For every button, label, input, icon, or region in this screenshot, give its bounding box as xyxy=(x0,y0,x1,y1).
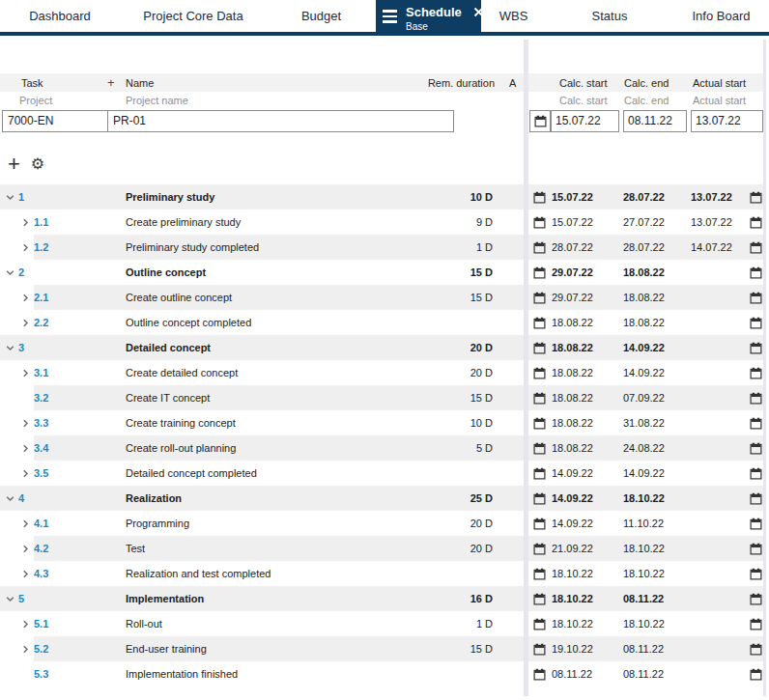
calc-end-cell[interactable]: 08.11.22 xyxy=(621,643,689,655)
calendar-icon[interactable] xyxy=(749,292,763,304)
chevron-right-icon[interactable] xyxy=(20,644,34,655)
calc-start-cell[interactable]: 18.10.22 xyxy=(550,568,621,579)
task-duration-cell[interactable]: 9 D xyxy=(406,216,495,228)
task-name-cell[interactable]: Outline concept xyxy=(126,266,406,278)
task-duration-cell[interactable]: 20 D xyxy=(406,543,495,554)
tab-project-core-data[interactable]: Project Core Data xyxy=(120,0,267,32)
calc-start-cell[interactable]: 18.08.22 xyxy=(550,317,621,328)
calendar-icon[interactable] xyxy=(749,191,763,204)
calendar-icon[interactable] xyxy=(749,392,763,405)
calc-start-input[interactable]: 15.07.22 xyxy=(551,110,619,132)
calendar-icon[interactable] xyxy=(528,618,550,630)
calendar-icon[interactable] xyxy=(528,417,550,430)
calc-end-cell[interactable]: 14.09.22 xyxy=(621,367,689,378)
task-number[interactable]: 5.1 xyxy=(34,618,48,630)
add-task-button[interactable]: + xyxy=(8,154,20,174)
calendar-icon[interactable] xyxy=(528,392,550,405)
project-id-input[interactable]: 7000-EN xyxy=(3,111,108,131)
calendar-icon[interactable] xyxy=(528,643,550,656)
calc-start-cell[interactable]: 18.08.22 xyxy=(550,392,621,404)
calc-end-cell[interactable]: 07.09.22 xyxy=(621,392,689,404)
task-number[interactable]: 4 xyxy=(18,492,24,504)
calc-end-cell[interactable]: 08.11.22 xyxy=(621,668,689,680)
task-number[interactable]: 5 xyxy=(18,593,24,604)
task-name-cell[interactable]: Preliminary study xyxy=(126,191,406,203)
calc-start-cell[interactable]: 29.07.22 xyxy=(550,292,621,303)
project-name-input[interactable]: PR-01 xyxy=(108,111,453,131)
column-header-calc-end[interactable]: Calc. end xyxy=(621,77,689,89)
task-name-cell[interactable]: Programming xyxy=(126,518,406,529)
calendar-icon[interactable] xyxy=(749,593,763,605)
task-name-cell[interactable]: Implementation xyxy=(126,593,406,604)
calendar-icon[interactable] xyxy=(749,518,763,530)
calc-start-cell[interactable]: 18.08.22 xyxy=(550,367,621,378)
calendar-icon[interactable] xyxy=(528,266,550,279)
calc-end-cell[interactable]: 28.07.22 xyxy=(621,191,689,203)
calendar-icon[interactable] xyxy=(749,216,763,229)
tab-schedule[interactable]: Schedule Base xyxy=(376,0,481,32)
task-number[interactable]: 4.2 xyxy=(34,543,48,554)
calc-end-cell[interactable]: 08.11.22 xyxy=(621,593,689,604)
task-name-cell[interactable]: Detailed concept completed xyxy=(126,467,406,479)
tab-status[interactable]: Status xyxy=(546,0,673,32)
calc-start-cell[interactable]: 14.09.22 xyxy=(550,492,621,504)
calendar-icon[interactable] xyxy=(749,442,763,455)
task-duration-cell[interactable]: 10 D xyxy=(406,191,495,203)
calc-end-cell[interactable]: 18.08.22 xyxy=(621,317,689,328)
task-number[interactable]: 5.2 xyxy=(34,643,48,655)
chevron-right-icon[interactable] xyxy=(20,293,34,303)
calc-end-input[interactable]: 08.11.22 xyxy=(623,110,687,132)
calc-start-cell[interactable]: 19.10.22 xyxy=(550,643,621,655)
panel-splitter[interactable] xyxy=(524,40,528,696)
gear-icon[interactable]: ⚙ xyxy=(31,155,44,173)
task-duration-cell[interactable]: 1 D xyxy=(406,241,495,253)
chevron-right-icon[interactable] xyxy=(20,217,34,228)
calendar-icon[interactable] xyxy=(749,317,763,329)
task-duration-cell[interactable]: 15 D xyxy=(406,292,495,303)
calc-start-cell[interactable]: 18.08.22 xyxy=(550,342,621,353)
calendar-icon[interactable] xyxy=(528,467,550,480)
task-name-cell[interactable]: Preliminary study completed xyxy=(126,241,406,253)
column-header-a[interactable]: A xyxy=(495,77,524,89)
actual-start-cell[interactable]: 13.07.22 xyxy=(689,191,749,203)
task-number[interactable]: 2.1 xyxy=(34,292,48,303)
chevron-down-icon[interactable] xyxy=(5,594,18,604)
calendar-icon[interactable] xyxy=(749,668,763,681)
task-duration-cell[interactable]: 15 D xyxy=(406,643,495,655)
calendar-icon[interactable] xyxy=(749,241,763,254)
actual-start-cell[interactable]: 13.07.22 xyxy=(689,216,749,228)
calc-end-cell[interactable]: 24.08.22 xyxy=(621,442,689,454)
calc-end-cell[interactable]: 31.08.22 xyxy=(621,417,689,429)
calendar-icon[interactable] xyxy=(749,266,763,279)
task-duration-cell[interactable]: 25 D xyxy=(406,492,495,504)
task-number[interactable]: 3 xyxy=(18,342,24,353)
calc-start-cell[interactable]: 14.09.22 xyxy=(550,518,621,529)
task-duration-cell[interactable]: 20 D xyxy=(406,367,495,378)
calc-start-cell[interactable]: 18.08.22 xyxy=(550,442,621,454)
calc-start-cell[interactable]: 28.07.22 xyxy=(550,241,621,253)
calc-start-cell[interactable]: 14.09.22 xyxy=(550,467,621,479)
column-header-rem-duration[interactable]: Rem. duration xyxy=(406,77,495,89)
actual-start-cell[interactable]: 14.07.22 xyxy=(689,241,749,253)
calendar-icon[interactable] xyxy=(749,417,763,430)
calendar-icon[interactable] xyxy=(529,110,551,132)
chevron-down-icon[interactable] xyxy=(5,267,18,278)
task-duration-cell[interactable]: 10 D xyxy=(406,417,495,429)
task-name-cell[interactable]: Create roll-out planning xyxy=(126,442,406,454)
calc-start-cell[interactable]: 18.10.22 xyxy=(550,593,621,604)
chevron-right-icon[interactable] xyxy=(20,443,34,454)
calc-end-cell[interactable]: 18.10.22 xyxy=(621,618,689,630)
task-duration-cell[interactable]: 16 D xyxy=(406,593,495,604)
task-duration-cell[interactable]: 15 D xyxy=(406,392,495,404)
calc-start-cell[interactable]: 15.07.22 xyxy=(550,216,621,228)
task-number[interactable]: 3.2 xyxy=(34,392,48,404)
calendar-icon[interactable] xyxy=(528,342,550,354)
calendar-icon[interactable] xyxy=(749,618,763,630)
calc-end-cell[interactable]: 27.07.22 xyxy=(621,216,689,228)
task-number[interactable]: 3.5 xyxy=(34,467,48,479)
task-number[interactable]: 3.1 xyxy=(34,367,48,378)
calendar-icon[interactable] xyxy=(528,367,550,379)
calc-end-cell[interactable]: 18.08.22 xyxy=(621,266,689,278)
calendar-icon[interactable] xyxy=(749,367,763,379)
calendar-icon[interactable] xyxy=(528,593,550,605)
